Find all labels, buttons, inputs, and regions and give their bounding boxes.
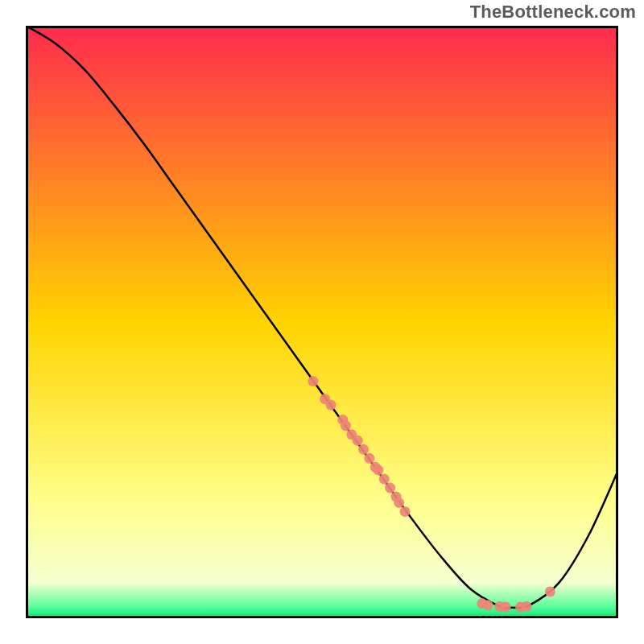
scatter-point	[385, 483, 395, 493]
scatter-point	[341, 420, 351, 431]
scatter-point	[364, 453, 374, 464]
scatter-point	[353, 436, 363, 446]
scatter-point	[501, 602, 511, 613]
scatter-point	[483, 600, 493, 610]
chart-svg	[26, 26, 618, 618]
scatter-point	[326, 400, 336, 411]
scatter-point	[545, 586, 555, 597]
scatter-point	[308, 376, 318, 386]
scatter-point	[373, 465, 383, 476]
watermark-text: TheBottleneck.com	[470, 2, 636, 23]
chart-background	[26, 26, 618, 618]
scatter-point	[379, 474, 390, 485]
plot-area	[26, 26, 618, 618]
scatter-point	[394, 497, 404, 508]
scatter-point	[400, 506, 411, 517]
scatter-point	[358, 444, 369, 455]
scatter-point	[521, 601, 531, 612]
chart-frame: TheBottleneck.com	[0, 0, 644, 644]
